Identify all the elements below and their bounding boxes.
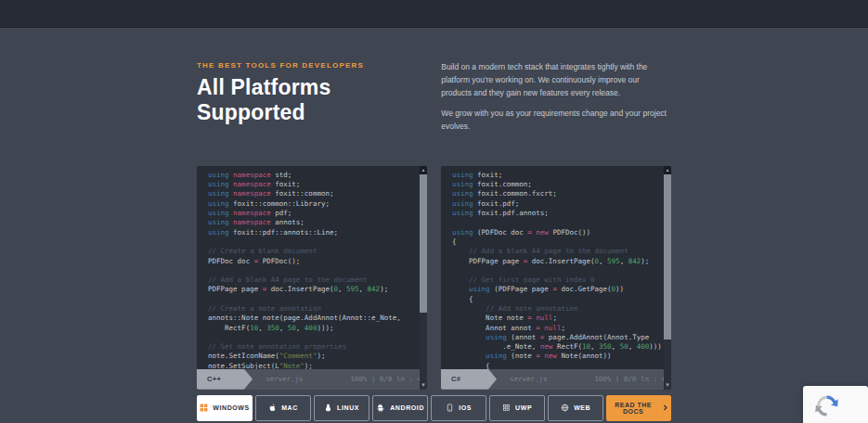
code-line <box>208 295 414 304</box>
operator-token: namespace <box>233 180 275 188</box>
code-token: )) <box>615 285 624 293</box>
comment-token: // Create a note annotation <box>208 304 321 313</box>
platform-button-linux[interactable]: LINUX <box>314 395 369 421</box>
language-chip-cpp[interactable]: C++ <box>197 369 253 390</box>
scrollbar[interactable]: ▲▼ <box>664 166 671 390</box>
code-token: (PDFDoc doc <box>477 228 527 237</box>
platform-button-label: WINDOWS <box>213 404 250 411</box>
uwp-icon <box>502 404 511 412</box>
code-token: ); <box>304 362 313 369</box>
number-token: 595 <box>346 285 359 293</box>
code-token: note.SetIconName( <box>208 352 279 360</box>
language-chip-csharp[interactable]: C# <box>441 369 497 390</box>
platform-button-label: UWP <box>515 404 532 411</box>
code-line: using foxit::pdf::annots::Line; <box>208 228 414 237</box>
code-token: doc.InsertPage( <box>271 285 334 293</box>
platform-button-mac[interactable]: MAC <box>255 395 311 421</box>
code-token: note.SetSubject(L <box>208 362 279 369</box>
code-token: foxit::common::Library; <box>233 199 330 208</box>
code-line: using namespace foxit; <box>208 180 414 189</box>
keyword-token: using <box>452 333 511 341</box>
ios-icon <box>446 404 454 412</box>
code-token: foxit.pdf.annots; <box>477 209 549 217</box>
keyword-token: using <box>208 189 233 198</box>
chevron-right-icon <box>662 404 668 411</box>
code-token: , <box>612 342 620 351</box>
platform-button-android[interactable]: ANDROID <box>372 395 428 421</box>
operator-token: namespace <box>233 218 275 226</box>
android-icon <box>376 404 385 413</box>
number-token: 842 <box>368 285 381 293</box>
cta-label: READ THE DOCS <box>609 402 657 415</box>
number-token: 50 <box>288 324 296 332</box>
code-token: foxit.common.fxcrt; <box>477 189 557 198</box>
code-token: Note note <box>452 314 527 322</box>
keyword-token: using <box>452 209 477 217</box>
scrollbar[interactable]: ▲▼ <box>420 166 427 390</box>
web-icon <box>561 404 569 412</box>
code-token: PDFDoc(); <box>263 257 301 265</box>
scrollbar-down-icon[interactable]: ▼ <box>664 382 671 388</box>
section-header: THE BEST TOOLS FOR DEVELOPERS All Platfo… <box>197 61 671 142</box>
code-line: using (PDFPage page = doc.GetPage(0)) <box>452 285 658 294</box>
number-token: 50 <box>620 342 628 351</box>
code-line: note.SetSubject(L"Note"); <box>208 362 414 369</box>
file-name-label: server.js <box>266 375 304 383</box>
comment-token: // Add a blank A4 page to the document <box>208 276 368 284</box>
code-token: PDFPage page <box>208 285 263 293</box>
code-line: PDFPage page = doc.InsertPage(0, 595, 84… <box>208 285 414 294</box>
code-token: annots; <box>275 218 304 226</box>
code-line: { <box>452 362 658 369</box>
code-line <box>452 266 658 276</box>
code-line: // Get first page with index 0 <box>452 276 658 285</box>
keyword-token: using <box>208 228 233 237</box>
operator-token: = <box>524 257 532 265</box>
code-line: using foxit.pdf; <box>452 199 658 209</box>
keyword-token: using <box>452 285 494 293</box>
code-token: .e_Note, <box>452 342 540 351</box>
platform-button-ios[interactable]: IOS <box>431 395 486 421</box>
code-line: using (note = new Note(annot)) <box>452 352 658 361</box>
code-token: pdf; <box>275 209 291 217</box>
keyword-token: using <box>452 180 477 188</box>
code-line <box>208 266 414 276</box>
string-token: "Comment" <box>279 352 317 360</box>
read-the-docs-button[interactable]: READ THE DOCS <box>606 395 671 421</box>
scrollbar-down-icon[interactable]: ▼ <box>420 382 427 388</box>
code-token: , <box>359 285 368 293</box>
code-line: using foxit; <box>452 171 658 180</box>
platform-button-uwp[interactable]: UWP <box>489 395 545 421</box>
code-token: { <box>452 362 490 369</box>
code-line: RectF(10, 350, 50, 400))); <box>208 324 414 333</box>
comment-token: // Set note annotation properties <box>208 342 346 351</box>
code-token: foxit.pdf; <box>477 199 519 208</box>
platform-button-web[interactable]: WEB <box>548 395 603 421</box>
editor-status-text: 100% | 0/0 ln : 4 <box>350 375 421 383</box>
scrollbar-thumb[interactable] <box>420 174 427 313</box>
file-name-label: server.js <box>510 375 548 383</box>
code-line: { <box>452 237 658 247</box>
editor-status-text: 100% | 0/0 ln : 4 <box>594 375 666 383</box>
scrollbar-thumb[interactable] <box>664 174 671 340</box>
code-line: Annot annot = null; <box>452 324 658 333</box>
code-line: // Add a blank A4 page to the document <box>208 276 414 285</box>
scrollbar-up-icon[interactable]: ▲ <box>664 166 671 174</box>
code-token: RectF( <box>557 342 582 351</box>
scrollbar-up-icon[interactable]: ▲ <box>420 166 427 174</box>
code-token: , <box>338 285 346 293</box>
editor-status-bar: C++server.js100% | 0/0 ln : 4 <box>197 369 427 390</box>
code-token: foxit::pdf::annots::Line; <box>233 228 338 237</box>
number-token: 595 <box>607 257 620 265</box>
recaptcha-badge[interactable] <box>803 386 868 423</box>
intro-paragraph: Build on a modern tech stack that integr… <box>441 61 671 99</box>
code-token: PDFDoc doc <box>208 257 254 265</box>
code-line <box>208 333 414 342</box>
code-token: doc.GetPage( <box>561 285 611 293</box>
operator-token: = <box>254 257 263 265</box>
code-line: using namespace pdf; <box>208 209 414 218</box>
operator-token: = <box>263 285 271 293</box>
code-editor: using foxit;using foxit.common;using fox… <box>441 166 671 369</box>
code-token: doc.InsertPage( <box>532 257 595 265</box>
code-line <box>208 237 414 247</box>
platform-button-windows[interactable]: WINDOWS <box>197 395 253 421</box>
